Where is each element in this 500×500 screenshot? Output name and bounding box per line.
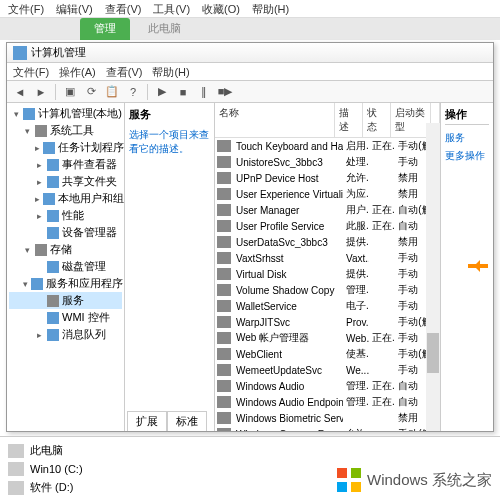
- gear-icon: [217, 396, 231, 408]
- app-icon: [13, 46, 27, 60]
- tree-item[interactable]: ▸事件查看器: [9, 156, 122, 173]
- service-row[interactable]: Windows Biometric Servi...禁用本: [215, 410, 440, 426]
- service-row[interactable]: WarpJITSvcProv...手动(触发...本: [215, 314, 440, 330]
- actions-title: 操作: [445, 107, 489, 125]
- menu-edit[interactable]: 编辑(V): [56, 2, 93, 15]
- service-row[interactable]: UserDataSvc_3bbc3提供...禁用本: [215, 234, 440, 250]
- gear-icon: [217, 380, 231, 392]
- service-row[interactable]: User Experience Virtualiz...为应...禁用本: [215, 186, 440, 202]
- gear-icon: [217, 188, 231, 200]
- tab-thispc[interactable]: 此电脑: [134, 18, 195, 40]
- tree-item[interactable]: ▸共享文件夹: [9, 173, 122, 190]
- service-row[interactable]: User Profile Service此服...正在...自动本: [215, 218, 440, 234]
- tree-item[interactable]: ▾存储: [9, 241, 122, 258]
- gear-icon: [217, 364, 231, 376]
- tree-item[interactable]: ▸消息队列: [9, 326, 122, 343]
- tree-item[interactable]: ▾计算机管理(本地): [9, 105, 122, 122]
- play-button[interactable]: ▶: [153, 83, 171, 101]
- tab-extended[interactable]: 扩展: [127, 411, 167, 431]
- explorer-thispc[interactable]: 此电脑: [8, 441, 492, 460]
- pause-button[interactable]: ‖: [195, 83, 213, 101]
- menu-fav[interactable]: 收藏(O): [202, 2, 240, 15]
- scrollbar[interactable]: [426, 123, 440, 431]
- service-row[interactable]: Web 帐户管理器Web...正在...手动本: [215, 330, 440, 346]
- up-button[interactable]: ▣: [61, 83, 79, 101]
- mgmt-window: 计算机管理 文件(F) 操作(A) 查看(V) 帮助(H) ◄ ► ▣ ⟳ 📋 …: [6, 42, 494, 432]
- service-row[interactable]: UnistoreSvc_3bbc3处理...手动本: [215, 154, 440, 170]
- highlight-arrow: [468, 260, 498, 272]
- tree-item[interactable]: 磁盘管理: [9, 258, 122, 275]
- view-tabs: 扩展 标准: [127, 411, 207, 431]
- app-tabs: 管理 此电脑: [0, 18, 500, 40]
- col-name[interactable]: 名称: [215, 103, 335, 137]
- service-row[interactable]: Windows Audio管理...正在...自动本: [215, 378, 440, 394]
- gear-icon: [217, 284, 231, 296]
- window-menu: 文件(F) 操作(A) 查看(V) 帮助(H): [7, 63, 493, 81]
- service-row[interactable]: WebClient使基...手动(触发...本: [215, 346, 440, 362]
- gear-icon: [217, 140, 231, 152]
- tree-item[interactable]: ▾服务和应用程序: [9, 275, 122, 292]
- window-title: 计算机管理: [31, 45, 86, 60]
- help-button[interactable]: ?: [124, 83, 142, 101]
- tree-item[interactable]: ▸任务计划程序: [9, 139, 122, 156]
- wmenu-file[interactable]: 文件(F): [13, 65, 49, 78]
- drive-icon: [8, 462, 24, 476]
- service-row[interactable]: Touch Keyboard and Ha...启用...正在...手动(触发.…: [215, 138, 440, 154]
- gear-icon: [217, 348, 231, 360]
- gear-icon: [217, 204, 231, 216]
- tree-item[interactable]: ▸性能: [9, 207, 122, 224]
- back-button[interactable]: ◄: [11, 83, 29, 101]
- fwd-button[interactable]: ►: [32, 83, 50, 101]
- wmenu-help[interactable]: 帮助(H): [152, 65, 189, 78]
- wmenu-action[interactable]: 操作(A): [59, 65, 96, 78]
- col-startup[interactable]: 启动类型: [391, 103, 431, 137]
- tree-item[interactable]: 设备管理器: [9, 224, 122, 241]
- tree-item[interactable]: ▾系统工具: [9, 122, 122, 139]
- windows-logo-icon: [337, 468, 361, 492]
- menu-tools[interactable]: 工具(V): [153, 2, 190, 15]
- col-desc[interactable]: 描述: [335, 103, 363, 137]
- pc-icon: [8, 444, 24, 458]
- wmenu-view[interactable]: 查看(V): [106, 65, 143, 78]
- service-row[interactable]: WemeetUpdateSvcWe...手动本: [215, 362, 440, 378]
- toolbar: ◄ ► ▣ ⟳ 📋 ? ▶ ■ ‖ ■▶: [7, 81, 493, 103]
- col-status[interactable]: 状态: [363, 103, 391, 137]
- column-headers[interactable]: 名称 描述 状态 启动类型: [215, 103, 440, 138]
- tree-item[interactable]: ▸本地用户和组: [9, 190, 122, 207]
- tree-item[interactable]: 服务: [9, 292, 122, 309]
- service-row[interactable]: User Manager用户...正在...自动(触发...本: [215, 202, 440, 218]
- window-titlebar: 计算机管理: [7, 43, 493, 63]
- gear-icon: [217, 300, 231, 312]
- service-row[interactable]: WalletService电子...手动本: [215, 298, 440, 314]
- tree-item[interactable]: WMI 控件: [9, 309, 122, 326]
- stop-button[interactable]: ■: [174, 83, 192, 101]
- service-row[interactable]: Windows Camera Frame ...允许...手动(触发...本: [215, 426, 440, 431]
- drive-icon: [8, 481, 24, 495]
- service-row[interactable]: Windows Audio Endpoint ...管理...正在...自动本: [215, 394, 440, 410]
- restart-button[interactable]: ■▶: [216, 83, 234, 101]
- export-button[interactable]: 📋: [103, 83, 121, 101]
- menu-file[interactable]: 文件(F): [8, 2, 44, 15]
- service-hint: 选择一个项目来查看它的描述。: [129, 128, 210, 156]
- service-row[interactable]: VaxtSrhsstVaxt...手动本: [215, 250, 440, 266]
- app-menu-bar: 文件(F) 编辑(V) 查看(V) 工具(V) 收藏(O) 帮助(H): [0, 0, 500, 18]
- service-row[interactable]: Virtual Disk提供...手动本: [215, 266, 440, 282]
- gear-icon: [217, 316, 231, 328]
- tab-manage[interactable]: 管理: [80, 18, 130, 40]
- scroll-thumb[interactable]: [427, 333, 439, 373]
- service-list[interactable]: 名称 描述 状态 启动类型 Touch Keyboard and Ha...启用…: [215, 103, 440, 431]
- tab-standard[interactable]: 标准: [167, 411, 207, 431]
- refresh-button[interactable]: ⟳: [82, 83, 100, 101]
- watermark-text: Windows 系统之家: [367, 471, 492, 490]
- menu-view[interactable]: 查看(V): [105, 2, 142, 15]
- menu-help[interactable]: 帮助(H): [252, 2, 289, 15]
- service-row[interactable]: UPnP Device Host允许...禁用本: [215, 170, 440, 186]
- action-services[interactable]: 服务: [445, 129, 489, 147]
- action-more[interactable]: 更多操作: [445, 147, 489, 165]
- service-row[interactable]: Volume Shadow Copy管理...手动本: [215, 282, 440, 298]
- tree-pane[interactable]: ▾计算机管理(本地)▾系统工具▸任务计划程序▸事件查看器▸共享文件夹▸本地用户和…: [7, 103, 125, 431]
- service-panel-title: 服务: [129, 107, 210, 122]
- gear-icon: [217, 332, 231, 344]
- service-detail-panel: 服务 选择一个项目来查看它的描述。: [125, 103, 215, 431]
- gear-icon: [217, 412, 231, 424]
